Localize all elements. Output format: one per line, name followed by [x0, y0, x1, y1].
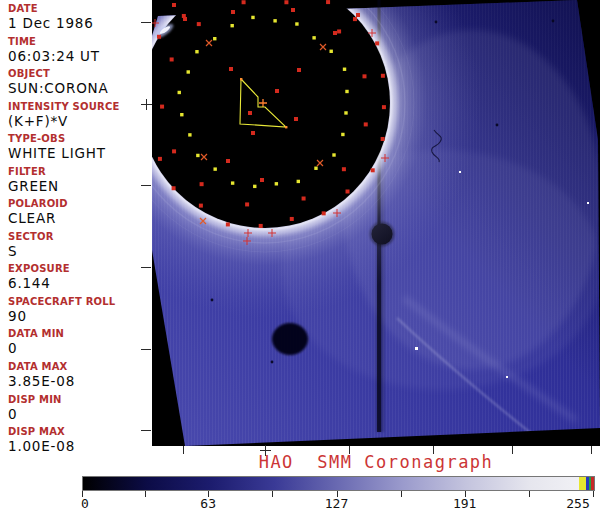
field-label: OBJECT [8, 68, 150, 80]
field-value: 1 Dec 1986 [8, 15, 150, 31]
metadata-field: DATE1 Dec 1986 [8, 3, 150, 36]
colorbar-minor-tick [272, 491, 273, 497]
metadata-field: DATA MAX3.85E-08 [8, 361, 150, 394]
star-point [587, 202, 589, 204]
field-label: DATA MAX [8, 361, 150, 373]
field-label: DISP MAX [8, 426, 150, 438]
field-value: 3.85E-08 [8, 373, 150, 389]
metadata-sidebar: DATE1 Dec 1986TIME06:03:24 UTOBJECTSUN:C… [0, 0, 150, 462]
coronagraph-image-svg [152, 0, 600, 446]
image-title: HAO SMM Coronagraph [152, 452, 600, 472]
field-label: FILTER [8, 166, 150, 178]
metadata-field: FILTERGREEN [8, 166, 150, 199]
axis-tick [141, 22, 151, 23]
colorbar-end-stripe [579, 477, 586, 490]
axis-tick [433, 446, 434, 454]
field-value: 06:03:24 UT [8, 48, 150, 64]
axis-tick [141, 349, 151, 350]
metadata-field: SECTORS [8, 231, 150, 264]
field-value: (K+F)*V [8, 113, 150, 129]
field-value: SUN:CORONA [8, 80, 150, 96]
field-value: 6.144 [8, 275, 150, 291]
field-label: SPACECRAFT ROLL [8, 296, 150, 308]
field-label: INTENSITY SOURCE [8, 101, 150, 113]
colorbar-minor-tick [401, 491, 402, 497]
axis-tick [141, 185, 151, 186]
axis-tick [349, 446, 350, 454]
field-label: TYPE-OBS [8, 133, 150, 145]
star-point [459, 171, 461, 173]
axis-tick [141, 267, 151, 268]
field-label: TIME [8, 36, 150, 48]
field-value: WHITE LIGHT [8, 145, 150, 161]
field-value: 0 [8, 406, 150, 422]
field-label: POLAROID [8, 198, 150, 210]
dust-blob [272, 323, 308, 355]
field-label: DATE [8, 3, 150, 15]
coronagraph-image [152, 0, 600, 446]
metadata-field: INTENSITY SOURCE(K+F)*V [8, 101, 150, 134]
star-point [506, 376, 508, 378]
metadata-field: OBJECTSUN:CORONA [8, 68, 150, 101]
colorbar-tick [593, 491, 594, 497]
colorbar-minor-tick [145, 491, 146, 497]
colorbar-tick-label: 255 [566, 496, 589, 511]
field-value: 1.00E-08 [8, 438, 150, 454]
metadata-field: SPACECRAFT ROLL90 [8, 296, 150, 329]
axis-tick-plus [141, 99, 152, 110]
field-label: DISP MIN [8, 394, 150, 406]
field-value: CLEAR [8, 210, 150, 226]
colorbar [82, 476, 595, 491]
metadata-field: TIME06:03:24 UT [8, 36, 150, 69]
axis-tick [141, 430, 151, 431]
metadata-field: POLAROIDCLEAR [8, 198, 150, 231]
field-label: EXPOSURE [8, 263, 150, 275]
field-value: GREEN [8, 178, 150, 194]
colorbar-end-stripe [591, 477, 595, 490]
field-value: 0 [8, 340, 150, 356]
colorbar-minor-tick [529, 491, 530, 497]
metadata-field: DATA MIN0 [8, 328, 150, 361]
colorbar-tick-label: 0 [81, 496, 89, 511]
field-label: DATA MIN [8, 328, 150, 340]
axis-tick [183, 446, 184, 454]
field-value: S [8, 243, 150, 259]
field-label: SECTOR [8, 231, 150, 243]
metadata-field: DISP MIN0 [8, 394, 150, 427]
axis-tick [591, 446, 592, 454]
colorbar-tick-label: 127 [325, 496, 348, 511]
metadata-field: EXPOSURE6.144 [8, 263, 150, 296]
star-point [415, 347, 418, 350]
colorbar-tick-label: 191 [453, 496, 476, 511]
axis-tick-plus [260, 445, 271, 456]
colorbar-tick-label: 63 [200, 496, 216, 511]
axis-tick [512, 446, 513, 454]
coronagraph-viewer-window: DATE1 Dec 1986TIME06:03:24 UTOBJECTSUN:C… [0, 0, 600, 512]
field-value: 90 [8, 308, 150, 324]
metadata-field: DISP MAX1.00E-08 [8, 426, 150, 459]
colorbar-gradient [83, 477, 594, 490]
metadata-field: TYPE-OBSWHITE LIGHT [8, 133, 150, 166]
